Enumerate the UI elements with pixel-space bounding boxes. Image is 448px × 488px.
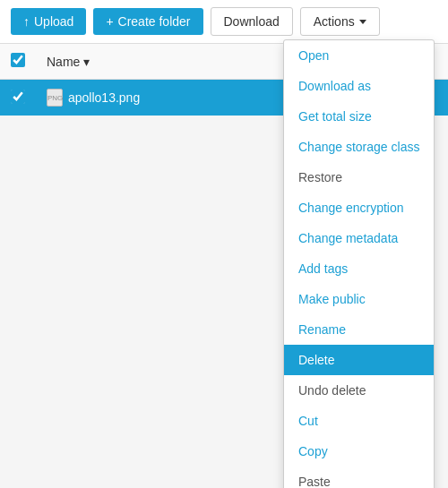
dropdown-item-undo-delete[interactable]: Undo delete — [284, 375, 434, 406]
dropdown-item-download-as[interactable]: Download as — [284, 71, 434, 101]
dropdown-item-copy[interactable]: Copy — [284, 436, 434, 467]
chevron-down-icon — [359, 20, 366, 24]
dropdown-item-delete[interactable]: Delete — [284, 345, 434, 375]
dropdown-item-add-tags[interactable]: Add tags — [284, 253, 434, 284]
dropdown-item-cut[interactable]: Cut — [284, 406, 434, 436]
upload-label: Upload — [34, 14, 73, 29]
upload-button[interactable]: ↑ Upload — [11, 8, 86, 35]
select-all-cell — [0, 44, 36, 80]
dropdown-item-change-encryption[interactable]: Change encryption — [284, 193, 434, 223]
dropdown-item-restore[interactable]: Restore — [284, 162, 434, 193]
name-header-label: Name — [47, 55, 80, 69]
dropdown-item-rename[interactable]: Rename — [284, 314, 434, 345]
actions-dropdown: OpenDownload asGet total sizeChange stor… — [283, 39, 435, 488]
dropdown-item-paste[interactable]: Paste — [284, 467, 434, 488]
toolbar: ↑ Upload + Create folder Download Action… — [0, 0, 448, 44]
dropdown-item-change-metadata[interactable]: Change metadata — [284, 223, 434, 253]
actions-label: Actions — [314, 14, 355, 29]
dropdown-item-make-public[interactable]: Make public — [284, 284, 434, 314]
dropdown-item-open[interactable]: Open — [284, 40, 434, 71]
file-icon: PNG — [47, 89, 63, 107]
download-label: Download — [224, 14, 280, 29]
upload-icon: ↑ — [23, 14, 30, 29]
row-checkbox[interactable] — [11, 90, 25, 104]
file-name[interactable]: apollo13.png — [68, 90, 140, 105]
plus-icon: + — [106, 14, 113, 29]
sort-icon: ▾ — [83, 55, 90, 69]
create-folder-label: Create folder — [118, 14, 191, 29]
select-all-checkbox[interactable] — [11, 53, 25, 67]
dropdown-item-change-storage-class[interactable]: Change storage class — [284, 132, 434, 162]
actions-button[interactable]: Actions — [300, 7, 380, 36]
dropdown-menu: OpenDownload asGet total sizeChange stor… — [283, 39, 435, 488]
dropdown-item-get-total-size[interactable]: Get total size — [284, 101, 434, 132]
download-button[interactable]: Download — [211, 7, 293, 36]
create-folder-button[interactable]: + Create folder — [93, 8, 202, 35]
